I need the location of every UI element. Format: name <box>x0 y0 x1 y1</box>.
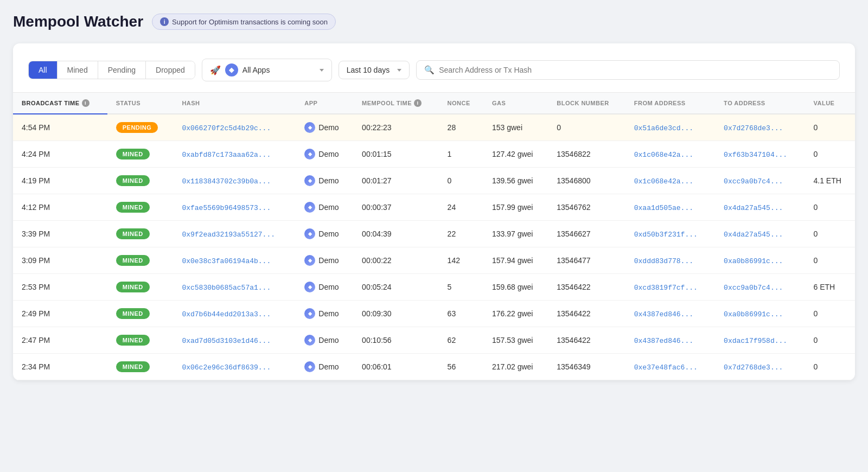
from-address-link[interactable]: 0x4387ed846... <box>634 337 693 345</box>
cell-value: 0 <box>805 327 855 354</box>
cell-from-address[interactable]: 0x1c068e42a... <box>626 168 715 194</box>
app-eth-icon: ◆ <box>304 228 315 239</box>
app-label: Demo <box>318 336 339 345</box>
cell-mempool-time: 00:04:39 <box>353 221 439 247</box>
chevron-down-icon <box>320 69 324 72</box>
cell-broadcast-time: 4:24 PM <box>13 141 107 168</box>
cell-hash[interactable]: 0xad7d05d3103e1d46... <box>173 327 296 354</box>
to-address-link[interactable]: 0x7d2768de3... <box>724 124 783 132</box>
cell-app: ◆ Demo <box>296 194 353 221</box>
cell-broadcast-time: 3:09 PM <box>13 247 107 274</box>
cell-hash[interactable]: 0xfae5569b96498573... <box>173 194 296 221</box>
cell-to-address[interactable]: 0xdac17f958d... <box>715 327 805 354</box>
cell-broadcast-time: 2:53 PM <box>13 274 107 301</box>
cell-status: MINED <box>107 247 174 274</box>
to-address-link[interactable]: 0x4da27a545... <box>724 231 783 239</box>
cell-hash[interactable]: 0xd7b6b44edd2013a3... <box>173 301 296 327</box>
hash-link[interactable]: 0x0e38c3fa06194a4b... <box>182 257 271 265</box>
cell-to-address[interactable]: 0x4da27a545... <box>715 221 805 247</box>
cell-from-address[interactable]: 0x51a6de3cd... <box>626 114 715 141</box>
cell-from-address[interactable]: 0xcd3819f7cf... <box>626 274 715 301</box>
cell-hash[interactable]: 0x1183843702c39b0a... <box>173 168 296 194</box>
cell-status: MINED <box>107 194 174 221</box>
cell-to-address[interactable]: 0x7d2768de3... <box>715 114 805 141</box>
cell-hash[interactable]: 0xc5830b0685ac57a1... <box>173 274 296 301</box>
from-address-link[interactable]: 0xddd83d778... <box>634 257 693 265</box>
tab-pending[interactable]: Pending <box>98 61 146 79</box>
cell-to-address[interactable]: 0x4da27a545... <box>715 194 805 221</box>
hash-link[interactable]: 0xd7b6b44edd2013a3... <box>182 310 271 318</box>
app-label: Demo <box>318 283 339 291</box>
cell-value: 0 <box>805 354 855 380</box>
from-address-link[interactable]: 0xe37e48fac6... <box>634 363 698 372</box>
rocket-icon: 🚀 <box>210 65 221 75</box>
app-select-dropdown[interactable]: 🚀 ◆ All Apps <box>202 59 332 81</box>
cell-block-number: 13546627 <box>548 221 626 247</box>
cell-hash[interactable]: 0x9f2ead32193a55127... <box>173 221 296 247</box>
cell-from-address[interactable]: 0x4387ed846... <box>626 327 715 354</box>
cell-from-address[interactable]: 0xaa1d505ae... <box>626 194 715 221</box>
tab-group: All Mined Pending Dropped <box>28 61 195 79</box>
cell-block-number: 13546422 <box>548 301 626 327</box>
status-badge: MINED <box>116 255 150 266</box>
to-address-link[interactable]: 0xf63b347104... <box>724 151 787 159</box>
cell-status: MINED <box>107 221 174 247</box>
hash-link[interactable]: 0x066270f2c5d4b29c... <box>182 124 271 132</box>
app-label: Demo <box>318 150 339 158</box>
cell-from-address[interactable]: 0xd50b3f231f... <box>626 221 715 247</box>
hash-link[interactable]: 0x06c2e96c36df8639... <box>182 363 271 372</box>
cell-to-address[interactable]: 0xa0b86991c... <box>715 247 805 274</box>
cell-hash[interactable]: 0x0e38c3fa06194a4b... <box>173 247 296 274</box>
from-address-link[interactable]: 0xd50b3f231f... <box>634 231 698 239</box>
cell-hash[interactable]: 0x066270f2c5d4b29c... <box>173 114 296 141</box>
cell-mempool-time: 00:10:56 <box>353 327 439 354</box>
cell-nonce: 1 <box>439 141 483 168</box>
hash-link[interactable]: 0xc5830b0685ac57a1... <box>182 284 271 292</box>
cell-to-address[interactable]: 0xa0b86991c... <box>715 301 805 327</box>
cell-to-address[interactable]: 0xcc9a0b7c4... <box>715 168 805 194</box>
page-title: Mempool Watcher <box>13 13 143 30</box>
table-row: 2:34 PM MINED 0x06c2e96c36df8639... ◆ De… <box>13 354 855 380</box>
from-address-link[interactable]: 0xcd3819f7cf... <box>634 284 698 292</box>
hash-link[interactable]: 0x1183843702c39b0a... <box>182 177 271 186</box>
cell-app: ◆ Demo <box>296 327 353 354</box>
cell-app: ◆ Demo <box>296 221 353 247</box>
from-address-link[interactable]: 0x1c068e42a... <box>634 151 693 159</box>
date-select-dropdown[interactable]: Last 10 days <box>339 61 410 79</box>
to-address-link[interactable]: 0xcc9a0b7c4... <box>724 284 783 292</box>
to-address-link[interactable]: 0x4da27a545... <box>724 204 783 212</box>
hash-link[interactable]: 0xabfd87c173aaa62a... <box>182 151 271 159</box>
tab-all[interactable]: All <box>29 61 58 79</box>
status-badge: MINED <box>116 228 150 239</box>
cell-to-address[interactable]: 0xf63b347104... <box>715 141 805 168</box>
th-gas: GAS <box>483 93 548 114</box>
to-address-link[interactable]: 0x7d2768de3... <box>724 363 783 372</box>
hash-link[interactable]: 0xad7d05d3103e1d46... <box>182 337 271 345</box>
tab-dropped[interactable]: Dropped <box>146 61 195 79</box>
to-address-link[interactable]: 0xa0b86991c... <box>724 310 783 318</box>
cell-from-address[interactable]: 0xe37e48fac6... <box>626 354 715 380</box>
cell-to-address[interactable]: 0x7d2768de3... <box>715 354 805 380</box>
search-input[interactable] <box>439 66 832 74</box>
to-address-link[interactable]: 0xcc9a0b7c4... <box>724 177 783 186</box>
table-row: 2:53 PM MINED 0xc5830b0685ac57a1... ◆ De… <box>13 274 855 301</box>
cell-from-address[interactable]: 0x1c068e42a... <box>626 141 715 168</box>
from-address-link[interactable]: 0xaa1d505ae... <box>634 204 693 212</box>
cell-hash[interactable]: 0xabfd87c173aaa62a... <box>173 141 296 168</box>
hash-link[interactable]: 0xfae5569b96498573... <box>182 204 271 212</box>
cell-from-address[interactable]: 0x4387ed846... <box>626 301 715 327</box>
status-badge: MINED <box>116 282 150 292</box>
from-address-link[interactable]: 0x4387ed846... <box>634 310 693 318</box>
cell-hash[interactable]: 0x06c2e96c36df8639... <box>173 354 296 380</box>
hash-link[interactable]: 0x9f2ead32193a55127... <box>182 231 275 239</box>
from-address-link[interactable]: 0x51a6de3cd... <box>634 124 693 132</box>
cell-to-address[interactable]: 0xcc9a0b7c4... <box>715 274 805 301</box>
from-address-link[interactable]: 0x1c068e42a... <box>634 177 693 186</box>
cell-app: ◆ Demo <box>296 247 353 274</box>
status-badge: MINED <box>116 361 150 372</box>
cell-from-address[interactable]: 0xddd83d778... <box>626 247 715 274</box>
to-address-link[interactable]: 0xdac17f958d... <box>724 337 787 345</box>
tab-mined[interactable]: Mined <box>58 61 98 79</box>
to-address-link[interactable]: 0xa0b86991c... <box>724 257 783 265</box>
app-label: Demo <box>318 229 339 238</box>
